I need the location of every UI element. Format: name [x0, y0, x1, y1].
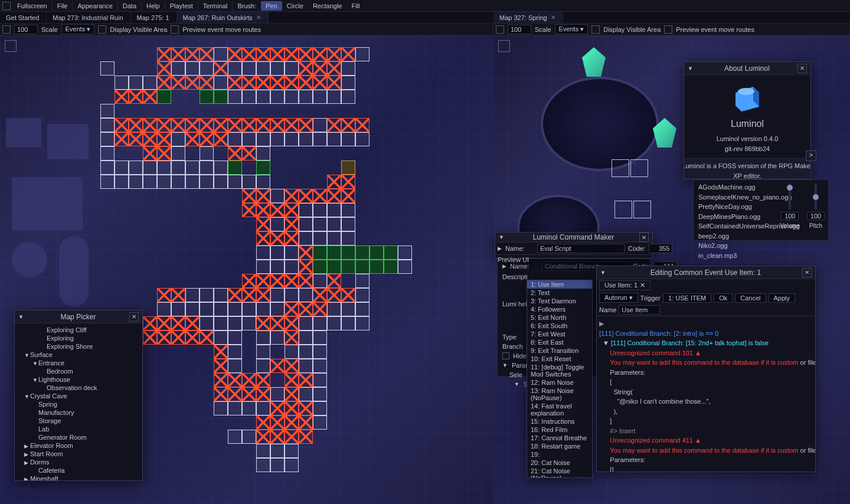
command-list-item[interactable]: 12: Ram Noise [527, 378, 592, 387]
command-list-item[interactable]: 3: Text Daemon [527, 297, 592, 305]
command-list-item[interactable]: 17: Cannot Breathe [527, 434, 592, 442]
collapse-icon[interactable]: ▼ [499, 234, 504, 240]
about-window[interactable]: ▼ About Luminol ✕ Luminol Luminol versio… [684, 61, 811, 179]
tab-map-267[interactable]: Map 267: Ruin Outskirts✕ [177, 12, 269, 23]
command-list-item[interactable]: 8: Exit East [527, 338, 592, 346]
menu-data[interactable]: Data [118, 1, 142, 11]
pitch-slider[interactable] [815, 184, 817, 210]
collapse-icon[interactable]: ▼ [688, 66, 693, 71]
brush-fill[interactable]: Fill [346, 1, 364, 11]
command-list-item[interactable]: 21: Cat Noise (NoPause) [527, 467, 592, 477]
close-icon[interactable]: ✕ [640, 282, 645, 289]
map-tree-item[interactable]: Lab [17, 425, 140, 433]
scale-input-r[interactable] [508, 25, 531, 34]
event-editor-window[interactable]: ▼ Editing Common Event Use Item: 1 ✕ Use… [596, 266, 816, 472]
map-tree-item[interactable]: ▶ Dorms [17, 458, 140, 466]
command-maker-window[interactable]: ▼ Luminol Command Maker ✕ ▶ Name: Code: … [495, 232, 653, 258]
command-list-item[interactable]: 6: Exit South [527, 322, 592, 330]
event-name-input[interactable] [619, 305, 660, 315]
map-tree-item[interactable]: Bedroom [17, 367, 140, 375]
command-list-item[interactable]: 5: Exit North [527, 313, 592, 322]
close-icon[interactable]: ✕ [129, 312, 139, 322]
menu-file[interactable]: File [53, 1, 73, 11]
map-tree-item[interactable]: ▼ Entrance [17, 359, 140, 367]
map-tree-item[interactable]: ▼ Crystal Cave [17, 392, 140, 400]
collapse-icon[interactable]: ▼ [600, 270, 606, 276]
audio-file-item[interactable]: io_clean.mp3 [698, 251, 823, 261]
tab-map-327[interactable]: Map 327: Spring✕ [493, 12, 563, 23]
brush-pen[interactable]: Pen [261, 1, 282, 11]
command-list-item[interactable]: 20: Cat Noise [527, 459, 592, 467]
command-list-item[interactable]: 4: Followers [527, 305, 592, 313]
map-tree-item[interactable]: Exploring Shore [17, 342, 140, 351]
map-tree-item[interactable]: ▶ Start Room [17, 450, 140, 458]
map-tree-item[interactable]: Manufactory [17, 408, 140, 417]
tab-map-275[interactable]: Map 275: 1 [131, 12, 177, 23]
menu-help[interactable]: Help [142, 1, 165, 11]
command-list-item[interactable]: 19: [527, 450, 592, 459]
command-list-item[interactable]: 11: [debug] Toggle Mod Switches [527, 363, 592, 378]
command-list-popup[interactable]: 1: Use Item2: Text3: Text Daemon4: Follo… [527, 280, 593, 478]
close-icon[interactable]: ✕ [551, 14, 555, 21]
command-list-item[interactable]: 1: Use Item [527, 280, 592, 289]
map-tree-item[interactable]: ▶ Mineshaft [17, 474, 140, 480]
collapse-icon[interactable]: ▼ [18, 314, 24, 320]
brush-circle[interactable]: Circle [282, 1, 308, 11]
fullscreen-checkbox[interactable] [2, 2, 11, 10]
command-list-item[interactable]: 13: Ram Noise (NoPause) [527, 387, 592, 402]
scale-input[interactable] [14, 25, 38, 34]
command-list-item[interactable]: 2: Text [527, 289, 592, 297]
menu-appearance[interactable]: Appearance [73, 1, 117, 11]
map-tree-item[interactable]: ▶ Elevator Room [17, 441, 140, 450]
ok-button[interactable]: Ok [714, 293, 733, 303]
command-list-item[interactable]: 18: Restart game [527, 442, 592, 450]
scale-check-r[interactable] [496, 25, 504, 34]
name-field[interactable] [537, 244, 625, 253]
map-tree-item[interactable]: Observation deck [17, 384, 140, 392]
apply-button[interactable]: Apply [769, 293, 796, 303]
command-list-item[interactable]: 14: Fast travel explanation [527, 402, 592, 417]
command-list-item[interactable]: 16: Red Film [527, 426, 592, 434]
audio-file-item[interactable]: Niko2.ogg [698, 241, 823, 251]
trigger-switch[interactable]: 1: USE ITEM [663, 293, 711, 303]
map-tree-item[interactable]: ▼ Surface [17, 351, 140, 359]
close-icon[interactable]: ✕ [797, 64, 807, 73]
events-dropdown[interactable]: Events ▾ [61, 24, 95, 34]
volume-input[interactable] [781, 212, 799, 220]
autorun-dropdown[interactable]: Autorun ▾ [599, 293, 638, 303]
menu-fullscreen[interactable]: Fullscreen [12, 1, 53, 11]
tab-map-273[interactable]: Map 273: Industrial Ruin [47, 12, 130, 23]
viewport-toggle-r[interactable] [498, 40, 510, 52]
map-tree-item[interactable]: Generator Room [17, 433, 140, 441]
event-code-view[interactable]: ▶ [111] Conditional Branch: [2: intro] i… [597, 316, 815, 472]
close-icon[interactable]: ✕ [639, 233, 649, 242]
event-tab[interactable]: Use Item: 1✕ [599, 280, 650, 290]
map-tree-item[interactable]: Cafeteria [17, 466, 140, 474]
pitch-input[interactable] [807, 212, 825, 220]
map-tree-item[interactable]: Exploring Cliff [17, 326, 140, 334]
volume-slider[interactable] [789, 184, 791, 210]
audio-file-item[interactable]: beep2.ogg [698, 231, 823, 241]
close-icon[interactable]: ✕ [256, 14, 261, 21]
map-tree-item[interactable]: Spring [17, 400, 140, 408]
close-icon[interactable]: ✕ [802, 268, 812, 277]
expand-icon[interactable]: > [806, 150, 810, 161]
command-list-item[interactable]: 7: Exit West [527, 330, 592, 338]
visible-check[interactable] [98, 25, 106, 34]
preview-check[interactable] [171, 25, 179, 34]
cancel-button[interactable]: Cancel [735, 293, 766, 303]
command-list-item[interactable]: 9: Exit Transition [527, 346, 592, 355]
tab-get-started[interactable]: Get Started [0, 12, 47, 23]
scale-check[interactable] [2, 25, 11, 34]
map-tree-item[interactable]: Storage [17, 417, 140, 425]
command-list-item[interactable]: 15: Instructions [527, 417, 592, 426]
map-tree-item[interactable]: Exploring [17, 334, 140, 342]
map-picker-window[interactable]: ▼ Map Picker ✕ Exploring CliffExploringE… [14, 310, 143, 481]
code-field[interactable] [649, 244, 672, 253]
map-tree-item[interactable]: ▼ Lighthouse [17, 375, 140, 384]
preview-ui-button[interactable]: Preview UI [498, 256, 529, 263]
brush-rectangle[interactable]: Rectangle [308, 1, 347, 11]
menu-terminal[interactable]: Terminal [198, 1, 233, 11]
menu-playtest[interactable]: Playtest [165, 1, 198, 11]
events-dropdown-r[interactable]: Events ▾ [555, 24, 589, 34]
